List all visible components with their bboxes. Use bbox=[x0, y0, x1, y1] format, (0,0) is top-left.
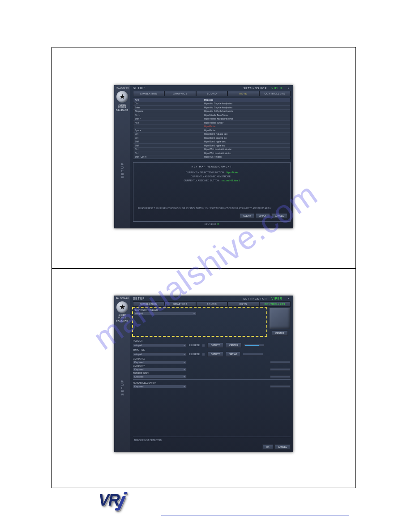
controller-header: Flight Controller usb pad▼ Center bbox=[133, 308, 291, 336]
page-frame-controllers: FALCON 4.0 ★ ALLIED FORCE BALKANS SETUP … bbox=[51, 269, 356, 488]
chevron-down-icon: ▼ bbox=[183, 361, 185, 364]
antenna-indicator bbox=[270, 385, 291, 388]
close-icon[interactable]: x bbox=[287, 86, 291, 90]
side-label: SETUP bbox=[120, 322, 124, 453]
throttle-reverse-checkbox[interactable] bbox=[202, 353, 205, 356]
cursor-x-dropdown[interactable]: Keyboard▼ bbox=[133, 360, 187, 364]
apply-button[interactable]: Apply bbox=[256, 213, 270, 219]
chevron-down-icon: ▼ bbox=[183, 375, 185, 378]
title-bar: SETUP SETTINGS FOR VIPER x bbox=[133, 297, 291, 300]
col-key: Key bbox=[135, 99, 204, 102]
tab-simulation[interactable]: Simulation bbox=[133, 91, 164, 96]
chevron-down-icon: ▼ bbox=[193, 312, 195, 315]
table-row[interactable]: Wpn-Pickle bbox=[133, 125, 290, 129]
panel-title: Key Map Reassignment bbox=[136, 165, 287, 168]
button-label: Currently assigned button: bbox=[184, 179, 219, 182]
antenna-label: Antenna Elevation bbox=[133, 382, 291, 384]
theater-label: BALKANS bbox=[116, 109, 128, 112]
rudder-detect-button[interactable]: Detect bbox=[207, 343, 223, 348]
reverse-label: Reverse bbox=[189, 344, 200, 347]
set-ab-button[interactable]: Set AB bbox=[226, 352, 240, 357]
callsign[interactable]: VIPER bbox=[271, 86, 283, 90]
chevron-down-icon: ▼ bbox=[183, 353, 185, 356]
antenna-dropdown[interactable]: Keyboard▼ bbox=[133, 385, 187, 388]
table-row[interactable]: Shift /Wpn-Missile Hardpoints cycle bbox=[133, 117, 290, 121]
rudder-reverse-checkbox[interactable] bbox=[202, 344, 205, 347]
table-row[interactable]: CtrlWpn-CBU burst altitude dec bbox=[133, 148, 290, 152]
table-row[interactable]: EnterWpn-A to G cycle hardpoints bbox=[133, 106, 290, 110]
star-icon: ★ bbox=[116, 301, 128, 313]
tab-graphics[interactable]: Graphics bbox=[164, 301, 196, 307]
table-row[interactable]: ShiftWpn-Bomb ripple dec bbox=[133, 140, 290, 144]
theater-label: BALKANS bbox=[116, 319, 128, 322]
table-row[interactable]: Alt sWpn-Missile TD/BP bbox=[133, 121, 290, 125]
throttle-detect-button[interactable]: Detect bbox=[207, 352, 223, 357]
table-row[interactable]: CtrlWpn-Bomb interval inc bbox=[133, 136, 290, 140]
tab-controllers[interactable]: Controllers bbox=[259, 91, 291, 96]
tab-graphics[interactable]: Graphics bbox=[164, 91, 196, 96]
clear-button[interactable]: Clear bbox=[240, 213, 254, 219]
flight-controller-selector: Flight Controller usb pad▼ bbox=[133, 308, 266, 336]
throttle-dropdown[interactable]: usb pad▼ bbox=[133, 352, 187, 356]
cancel-button[interactable]: Cancel bbox=[274, 444, 291, 450]
throttle-indicator bbox=[243, 353, 263, 356]
reassignment-panel: Key Map Reassignment Currently selected … bbox=[133, 162, 291, 222]
table-row[interactable]: Shift+Ctrl mWpn-MAR Reticle bbox=[133, 155, 290, 159]
vri-logo: VRj bbox=[98, 489, 124, 514]
footer-link-underline bbox=[269, 515, 349, 516]
tab-sound[interactable]: Sound bbox=[196, 91, 227, 96]
key-mapping-table[interactable]: Key Mapping Ctrl Wpn-A to G cycle hardpo… bbox=[133, 98, 291, 159]
cursor-x-indicator bbox=[270, 361, 291, 364]
flight-controller-label: Flight Controller bbox=[134, 309, 265, 311]
settings-for-label: SETTINGS FOR bbox=[244, 297, 267, 300]
table-row[interactable]: BkspaceWpn-A to G Cycle hardpoints bbox=[133, 110, 290, 114]
instructions: Please press the key/key combination or … bbox=[136, 207, 287, 210]
game-title: FALCON 4.0 bbox=[116, 87, 128, 90]
setup-title: SETUP bbox=[133, 297, 145, 300]
table-row[interactable]: Ctrl uWpn-Missile Bore/Slave bbox=[133, 113, 290, 117]
chevron-down-icon: ▼ bbox=[183, 385, 185, 388]
center-button[interactable]: Center bbox=[272, 330, 288, 336]
cursor-y-indicator bbox=[270, 368, 291, 371]
sensor-gain-dropdown[interactable]: Keyboard▼ bbox=[133, 375, 187, 378]
rudder-center-button[interactable]: Center bbox=[226, 343, 242, 348]
tab-sound[interactable]: Sound bbox=[196, 301, 227, 307]
tab-bar: Simulation Graphics Sound Keys Controlle… bbox=[133, 301, 291, 307]
side-label: SETUP bbox=[120, 112, 124, 229]
cursor-y-dropdown[interactable]: Keyboard▼ bbox=[133, 368, 187, 371]
table-row[interactable]: CtrlWpn-CBU burst altitude inc bbox=[133, 151, 290, 155]
throttle-label: Throttle bbox=[133, 348, 291, 351]
settings-for-label: SETTINGS FOR bbox=[244, 87, 267, 90]
tab-controllers[interactable]: Controllers bbox=[259, 301, 291, 307]
setup-title: SETUP bbox=[133, 86, 145, 90]
title-bar: SETUP SETTINGS FOR VIPER x bbox=[133, 86, 291, 90]
table-row[interactable]: CtrlWpn-Bomb release dec bbox=[133, 133, 290, 137]
tab-simulation[interactable]: Simulation bbox=[133, 301, 164, 307]
reverse-label: Reverse bbox=[189, 353, 200, 356]
divider bbox=[133, 379, 291, 380]
game-subtitle: ALLIED FORCE bbox=[114, 314, 130, 319]
keys-file-label: Keys file: ☑ bbox=[133, 223, 291, 226]
button-value: usb pad - Button 1 bbox=[222, 179, 240, 182]
func-value: Wpn-Pickle bbox=[227, 171, 238, 174]
table-row[interactable]: SpaceWpn-Pickle bbox=[133, 129, 290, 133]
flight-controller-dropdown[interactable]: usb pad▼ bbox=[134, 312, 197, 315]
ok-button[interactable]: Ok bbox=[262, 444, 273, 450]
page-frame-keys: FALCON 4.0 ★ ALLIED FORCE BALKANS SETUP … bbox=[51, 47, 356, 269]
rudder-dropdown[interactable]: usb pad▼ bbox=[133, 343, 187, 347]
cursor-x-label: Cursor X bbox=[133, 357, 291, 360]
setup-window-keys: FALCON 4.0 ★ ALLIED FORCE BALKANS SETUP … bbox=[114, 85, 293, 228]
tab-keys[interactable]: Keys bbox=[227, 301, 259, 307]
close-icon[interactable]: x bbox=[287, 297, 291, 300]
table-row[interactable]: ShiftWpn-Bomb ripple inc bbox=[133, 144, 290, 148]
table-row[interactable]: Ctrl Wpn-A to G cycle hardpoints bbox=[133, 102, 290, 106]
callsign[interactable]: VIPER bbox=[271, 297, 283, 300]
tab-keys[interactable]: Keys bbox=[227, 91, 259, 96]
sidebar: FALCON 4.0 ★ ALLIED FORCE BALKANS SETUP bbox=[114, 85, 130, 228]
setup-window-controllers: FALCON 4.0 ★ ALLIED FORCE BALKANS SETUP … bbox=[114, 296, 293, 452]
cancel-button[interactable]: Cancel bbox=[271, 213, 287, 219]
cursor-y-label: Cursor Y bbox=[133, 365, 291, 367]
table-header: Key Mapping bbox=[133, 98, 290, 102]
footer-buttons: Ok Cancel bbox=[133, 443, 291, 450]
func-label: Currently selected function: bbox=[186, 171, 225, 174]
